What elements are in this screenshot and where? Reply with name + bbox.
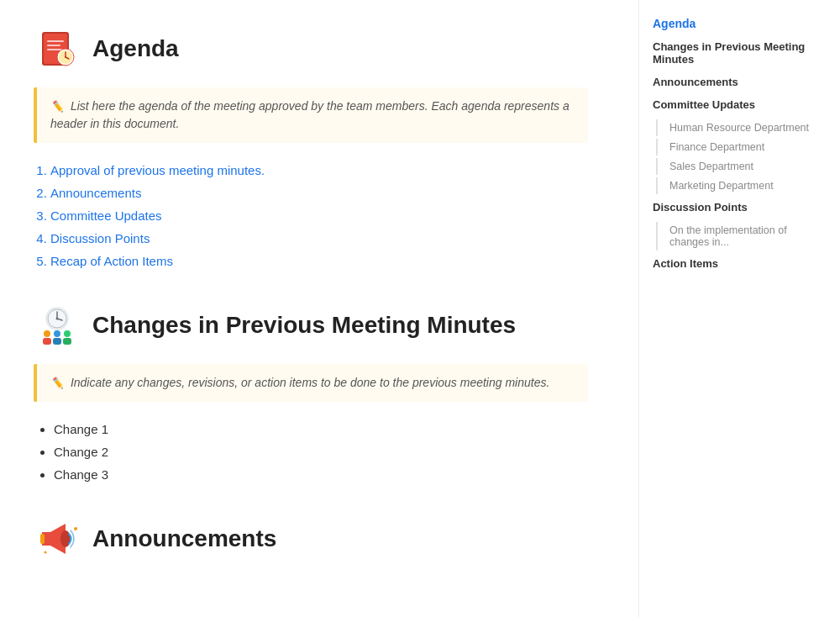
sidebar-subitem-discussion-1[interactable]: On the implementation of changes in... <box>656 222 827 250</box>
sidebar-item-changes[interactable]: Changes in Previous Meeting Minutes <box>653 39 827 67</box>
svg-rect-19 <box>43 338 51 345</box>
sidebar-item-agenda[interactable]: Agenda <box>653 17 827 30</box>
changes-info-box: ✏️ Indicate any changes, revisions, or a… <box>34 364 588 402</box>
svg-rect-2 <box>47 40 64 42</box>
sidebar-group-discussion: Discussion Points On the implementation … <box>653 199 827 250</box>
announcements-section: Announcements <box>34 515 588 562</box>
sidebar-subitem-marketing[interactable]: Marketing Department <box>656 177 827 194</box>
svg-point-27 <box>74 527 77 530</box>
agenda-info-box: ✏️ List here the agenda of the meeting a… <box>34 87 588 143</box>
agenda-icon <box>34 25 81 72</box>
sidebar-item-announcements[interactable]: Announcements <box>653 74 827 90</box>
sidebar-subitem-finance[interactable]: Finance Department <box>656 139 827 156</box>
agenda-section: Agenda ✏️ List here the agenda of the me… <box>34 25 588 268</box>
agenda-header: Agenda <box>34 25 588 72</box>
sidebar-subitem-hr[interactable]: Human Resource Department <box>656 119 827 136</box>
list-item[interactable]: Approval of previous meeting minutes. <box>50 163 588 177</box>
announcements-title: Announcements <box>92 525 276 552</box>
sidebar-group-committee: Committee Updates Human Resource Departm… <box>653 97 827 194</box>
changes-list: Change 1 Change 2 Change 3 <box>54 422 588 482</box>
svg-point-17 <box>56 318 59 320</box>
sidebar-group-announcements: Announcements <box>653 74 827 90</box>
list-item[interactable]: Committee Updates <box>50 208 588 223</box>
list-item: Change 3 <box>54 467 588 482</box>
svg-point-10 <box>65 56 66 58</box>
sidebar-item-discussion[interactable]: Discussion Points <box>653 199 827 215</box>
list-item[interactable]: Recap of Action Items <box>50 254 588 268</box>
sidebar-item-committee[interactable]: Committee Updates <box>653 97 827 113</box>
list-item: Change 2 <box>54 445 588 459</box>
main-content: Agenda ✏️ List here the agenda of the me… <box>0 0 622 617</box>
svg-rect-21 <box>53 338 61 345</box>
svg-rect-23 <box>63 338 71 345</box>
svg-rect-26 <box>40 534 45 544</box>
pencil-icon-2: ✏️ <box>50 377 64 389</box>
agenda-title: Agenda <box>92 35 179 62</box>
svg-point-22 <box>64 330 71 337</box>
sidebar-group-changes: Changes in Previous Meeting Minutes <box>653 39 827 67</box>
changes-section: Changes in Previous Meeting Minutes ✏️ I… <box>34 302 588 482</box>
svg-point-28 <box>45 551 47 554</box>
announcements-icon <box>34 515 81 562</box>
agenda-info-text: ✏️ List here the agenda of the meeting a… <box>50 98 575 133</box>
sidebar-group-action: Action Items <box>653 256 827 272</box>
svg-point-25 <box>60 530 71 547</box>
changes-title: Changes in Previous Meeting Minutes <box>92 312 516 339</box>
svg-rect-3 <box>47 45 60 46</box>
list-item: Change 1 <box>54 422 588 436</box>
list-item[interactable]: Announcements <box>50 186 588 200</box>
changes-icon <box>34 302 81 349</box>
sidebar: Agenda Changes in Previous Meeting Minut… <box>638 0 840 617</box>
announcements-header: Announcements <box>34 515 588 562</box>
sidebar-subitem-sales[interactable]: Sales Department <box>656 158 827 175</box>
agenda-list: Approval of previous meeting minutes. An… <box>50 163 588 268</box>
svg-point-20 <box>54 330 60 337</box>
svg-point-18 <box>44 330 50 337</box>
changes-header: Changes in Previous Meeting Minutes <box>34 302 588 349</box>
sidebar-item-action[interactable]: Action Items <box>653 256 827 272</box>
changes-info-text: ✏️ Indicate any changes, revisions, or a… <box>50 374 575 392</box>
svg-rect-4 <box>47 49 62 50</box>
pencil-icon: ✏️ <box>50 100 64 113</box>
list-item[interactable]: Discussion Points <box>50 231 588 245</box>
